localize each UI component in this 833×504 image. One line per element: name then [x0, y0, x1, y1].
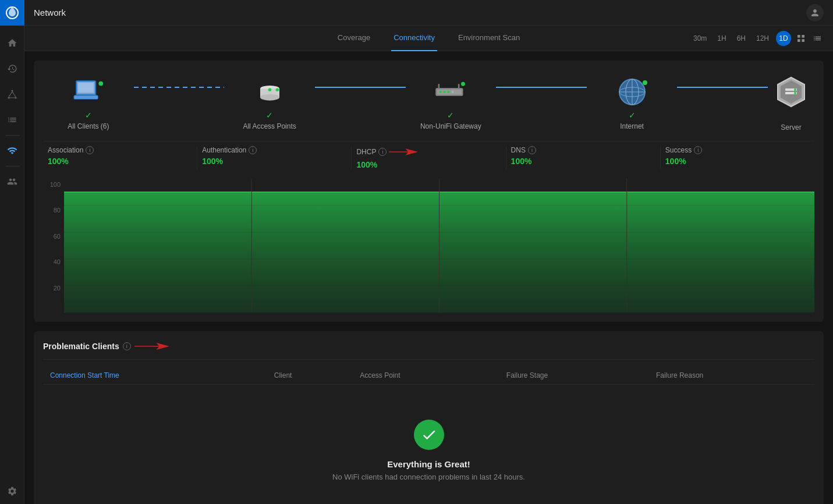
list-view-icon[interactable] — [811, 32, 824, 45]
svg-marker-45 — [134, 343, 169, 350]
grid-view-icon[interactable] — [795, 32, 807, 45]
dns-label: DNS — [511, 146, 526, 154]
tab-environment-scan[interactable]: Environment Scan — [456, 26, 522, 51]
stat-association: Association i 100% — [43, 146, 197, 169]
svg-point-33 — [794, 88, 796, 91]
svg-point-18 — [448, 91, 450, 93]
dhcp-arrow-annotation — [389, 146, 418, 158]
authentication-label: Authentication — [202, 146, 246, 154]
clients-check: ✓ — [85, 111, 92, 120]
problematic-clients-table: Connection Start Time Client Access Poin… — [43, 367, 814, 385]
sidebar-divider-2 — [5, 166, 19, 166]
time-1h[interactable]: 1H — [714, 33, 729, 44]
sidebar-icon-settings[interactable] — [0, 480, 24, 503]
svg-point-17 — [444, 91, 446, 93]
tab-navigation: Coverage Connectivity Environment Scan 3… — [24, 26, 833, 51]
gateway-icon — [433, 74, 468, 109]
association-value: 100% — [48, 157, 192, 166]
dhcp-value: 100% — [356, 160, 501, 169]
sidebar-icon-clients[interactable] — [0, 170, 24, 193]
path-line-2 — [315, 87, 406, 88]
success-info-icon[interactable]: i — [694, 146, 702, 154]
svg-point-16 — [439, 91, 442, 93]
svg-point-1 — [11, 90, 13, 92]
main-content: Network Coverage Connectivity Environmen… — [24, 0, 833, 504]
tab-coverage[interactable]: Coverage — [335, 26, 373, 51]
svg-point-12 — [268, 88, 271, 92]
sidebar-icon-history[interactable] — [0, 57, 24, 80]
stats-row: Association i 100% Authentication i 100%… — [43, 141, 814, 174]
svg-rect-7 — [78, 83, 93, 93]
svg-point-11 — [260, 94, 279, 101]
problematic-clients-info-icon[interactable]: i — [123, 342, 131, 350]
association-info-icon[interactable]: i — [86, 146, 94, 154]
success-label: Success — [665, 146, 692, 154]
path-line-3 — [496, 87, 587, 88]
authentication-info-icon[interactable]: i — [249, 146, 257, 154]
svg-point-8 — [98, 81, 103, 86]
connectivity-panel: ✓ All Clients (6) — [34, 61, 824, 322]
time-filter-bar: 30m 1H 6H 12H 1D — [690, 31, 824, 46]
section-title: Problematic Clients — [43, 342, 119, 351]
empty-check-icon — [414, 420, 444, 450]
tab-connectivity[interactable]: Connectivity — [391, 26, 437, 51]
gateway-label: Non-UniFi Gateway — [420, 122, 481, 130]
path-line-1 — [134, 87, 225, 88]
path-line-4 — [677, 87, 768, 88]
connectivity-chart: 100 80 60 40 20 — [43, 179, 814, 313]
internet-check: ✓ — [629, 111, 636, 120]
sidebar-icon-home[interactable] — [0, 31, 24, 55]
stat-success: Success i 100% — [661, 146, 814, 169]
server-label: Server — [781, 123, 801, 132]
time-6h[interactable]: 6H — [733, 33, 749, 44]
col-client: Client — [267, 367, 353, 385]
svg-marker-35 — [389, 148, 418, 155]
dhcp-info-icon[interactable]: i — [378, 148, 387, 156]
y-20: 20 — [54, 285, 61, 292]
topbar: Network — [24, 0, 833, 26]
chart-y-axis: 100 80 60 40 20 — [43, 179, 64, 313]
time-12h[interactable]: 12H — [753, 33, 772, 44]
sidebar-divider-1 — [5, 135, 19, 136]
col-connection-start-time[interactable]: Connection Start Time — [43, 367, 267, 385]
svg-rect-21 — [458, 84, 460, 88]
internet-icon — [615, 74, 650, 109]
chart-plot-area — [64, 179, 814, 313]
authentication-value: 100% — [202, 157, 346, 166]
internet-label: Internet — [620, 122, 644, 130]
empty-state: Everything is Great! No WiFi clients had… — [43, 385, 814, 504]
sidebar-icon-topology[interactable] — [0, 83, 24, 106]
col-failure-reason: Failure Reason — [649, 367, 814, 385]
page-title: Network — [34, 8, 806, 17]
sidebar — [0, 0, 24, 504]
time-1d[interactable]: 1D — [776, 31, 791, 46]
ap-label: All Access Points — [243, 122, 296, 130]
stat-dhcp: DHCP i 100% — [352, 146, 506, 169]
node-access-points: ✓ All Access Points — [224, 74, 315, 130]
node-server: Server — [768, 74, 814, 132]
stat-dns: DNS i 100% — [506, 146, 661, 169]
dns-value: 100% — [511, 157, 655, 166]
clients-icon — [71, 74, 106, 109]
network-path-diagram: ✓ All Clients (6) — [43, 70, 814, 141]
time-30m[interactable]: 30m — [690, 33, 710, 44]
svg-point-34 — [794, 92, 796, 94]
ap-check: ✓ — [266, 111, 273, 120]
server-icon — [774, 74, 809, 109]
col-failure-stage: Failure Stage — [499, 367, 649, 385]
chart-svg — [64, 179, 814, 313]
svg-point-28 — [643, 80, 647, 85]
dns-info-icon[interactable]: i — [528, 146, 536, 154]
app-logo[interactable] — [0, 0, 24, 26]
problematic-clients-section: Problematic Clients i Connection Start T… — [34, 331, 824, 504]
empty-title: Everything is Great! — [387, 459, 470, 469]
node-internet: ✓ Internet — [587, 74, 678, 130]
user-avatar[interactable] — [806, 4, 824, 22]
sidebar-icon-stats[interactable] — [0, 108, 24, 132]
sidebar-icon-network[interactable] — [0, 139, 24, 162]
stat-authentication: Authentication i 100% — [197, 146, 352, 169]
tabs-container: Coverage Connectivity Environment Scan — [335, 26, 522, 51]
node-gateway: ✓ Non-UniFi Gateway — [406, 74, 497, 130]
svg-point-19 — [452, 91, 454, 93]
svg-rect-6 — [74, 95, 98, 100]
